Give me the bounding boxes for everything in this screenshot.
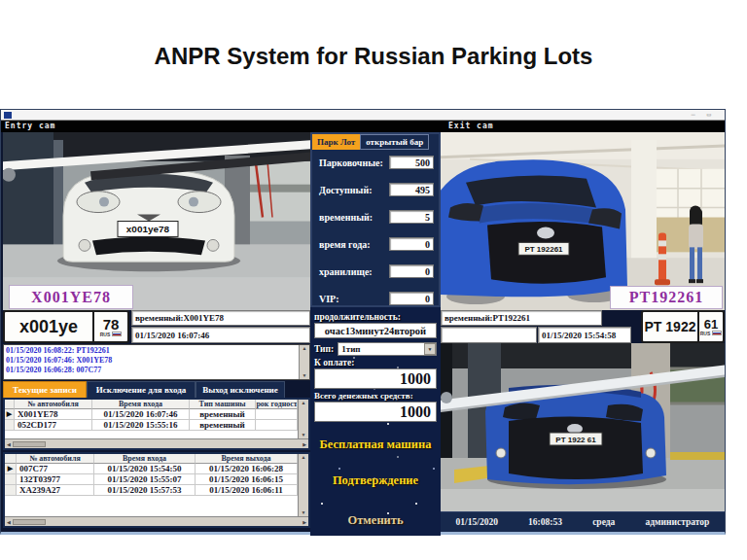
- column-header[interactable]: Время выхода: [196, 454, 298, 464]
- table-cell[interactable]: 01/15/2020 16:07:46: [92, 409, 190, 420]
- status-day: среда: [592, 517, 615, 527]
- russia-flag-icon: [712, 331, 722, 335]
- exit-empty-field[interactable]: [441, 327, 537, 343]
- duration-value[interactable]: очас13минут24второй: [314, 323, 437, 338]
- exit-cam-label: Exit cam: [448, 122, 494, 130]
- free-car-button[interactable]: Бесплатная машина: [314, 438, 437, 452]
- scroll-right-icon[interactable]: ▶: [302, 519, 306, 525]
- russia-flag-icon: [112, 332, 122, 336]
- table-cell[interactable]: 01/15/2020 16:06:15: [196, 474, 298, 485]
- tab-park-lot[interactable]: Парк Лот: [312, 134, 360, 150]
- exit-cam-feed: PT 192261 PT192261: [441, 132, 725, 310]
- entry-plate-region: 78 RUS: [92, 312, 127, 341]
- park-field-value[interactable]: 495: [389, 183, 434, 196]
- log-scrollbar[interactable]: ▲ ▼: [299, 345, 309, 379]
- park-field-season: время года: 0: [312, 237, 439, 251]
- table-cell[interactable]: [256, 409, 298, 420]
- confirm-button[interactable]: Подтверждение: [314, 473, 437, 488]
- exit-plate-number: PT 1922: [643, 312, 697, 341]
- column-header[interactable]: Время входа: [94, 454, 196, 464]
- tab-open-barrier[interactable]: открытый бар: [360, 134, 429, 150]
- table-vscrollbar[interactable]: ▲ ▼: [298, 454, 308, 516]
- scroll-down-icon[interactable]: ▼: [302, 373, 307, 378]
- table-cell[interactable]: 01/15/2020 15:57:53: [94, 485, 196, 496]
- table-cell[interactable]: 01/15/2020 15:54:50: [94, 464, 196, 474]
- exit-time-field[interactable]: 01/15/2020 15:54:58: [538, 327, 631, 343]
- park-field-label: VIP:: [319, 294, 339, 304]
- scroll-down-icon[interactable]: ▼: [302, 510, 306, 515]
- exit-plate-country: RUS: [700, 331, 711, 336]
- tab-exit-exceptions[interactable]: Выход исключение: [196, 381, 285, 398]
- event-log: 01/15/2020 16:08:22: PT192261 01/15/2020…: [3, 344, 310, 380]
- barrier-cam-image: PT 1922 61: [441, 343, 725, 511]
- table-cell[interactable]: временный: [190, 420, 256, 431]
- scroll-down-icon[interactable]: ▼: [302, 433, 306, 438]
- park-field-value[interactable]: 0: [389, 264, 434, 278]
- anpr-app-window: — ▭ Entry cam Exit cam: [0, 109, 726, 535]
- scroll-up-icon[interactable]: ▲: [302, 346, 307, 351]
- entry-cam-image: х001уе78: [3, 132, 310, 310]
- table-cell[interactable]: X001YE78: [15, 409, 92, 420]
- entry-time-field[interactable]: 01/15/2020 16:07:46: [131, 327, 310, 343]
- status-bar: 01/15/2020 16:08:53 среда администратор: [441, 511, 725, 532]
- table-vscrollbar[interactable]: ▲ ▼: [298, 400, 308, 438]
- park-field-label: хранилище:: [319, 266, 373, 277]
- park-field-value[interactable]: 500: [389, 156, 434, 169]
- entry-cam-feed: х001уе78 X001YE78: [3, 132, 310, 310]
- park-field-temporary: временный: 5: [312, 210, 439, 224]
- exit-type-field[interactable]: временный:PT192261: [441, 310, 602, 326]
- table-cell[interactable]: 01/15/2020 16:06:28: [196, 464, 298, 474]
- column-header[interactable]: № автомобиля: [15, 400, 92, 409]
- payment-panel: продолжительность: очас13минут24второй Т…: [310, 307, 441, 536]
- row-marker-icon: ▶: [5, 409, 15, 420]
- app-icon: [4, 112, 12, 119]
- table-cell[interactable]: 052CD177: [15, 420, 92, 431]
- restore-icon[interactable]: ▭: [707, 112, 711, 119]
- scroll-thumb[interactable]: [13, 519, 46, 525]
- entry-plate-overlay: X001YE78: [9, 285, 133, 309]
- exit-info-row: временный:PT192261 01/15/2020 15:54:58 P…: [441, 310, 725, 343]
- cancel-button[interactable]: Отменить: [314, 513, 437, 528]
- scroll-left-icon[interactable]: ◀: [7, 519, 11, 525]
- status-user: администратор: [646, 517, 710, 527]
- row-selector: [5, 420, 15, 431]
- column-header[interactable]: Тип машины: [190, 400, 256, 409]
- table-cell[interactable]: 01/15/2020 15:55:16: [92, 420, 190, 431]
- table-hscrollbar[interactable]: ◀ ▶: [5, 516, 308, 526]
- due-amount[interactable]: 1000: [314, 368, 437, 389]
- total-amount[interactable]: 1000: [314, 402, 437, 422]
- selector-header: [5, 400, 15, 409]
- table-cell[interactable]: XA239A27: [17, 485, 94, 496]
- column-header[interactable]: Срок годности: [256, 400, 298, 409]
- entry-cam-label: Entry cam: [5, 122, 55, 130]
- table-cell[interactable]: 01/15/2020 16:06:11: [196, 485, 298, 496]
- entry-type-field[interactable]: временный:X001YE78: [131, 310, 310, 326]
- page-title: ANPR System for Russian Parking Lots: [0, 43, 747, 70]
- tab-entry-exceptions[interactable]: Исключение для входа: [87, 381, 196, 398]
- park-field-parking: Парковочные: 500: [312, 156, 439, 169]
- chevron-down-icon[interactable]: ▼: [424, 343, 436, 355]
- table-cell[interactable]: 132T03977: [17, 474, 94, 485]
- column-header[interactable]: № автомобиля: [17, 454, 94, 464]
- entry-info-row: х001уе 78 RUS временный:X001YE78 01/15/2…: [3, 310, 310, 343]
- scroll-up-icon[interactable]: ▲: [302, 455, 306, 460]
- table-cell[interactable]: [256, 420, 298, 431]
- column-header[interactable]: Время входа: [92, 400, 190, 409]
- minimize-icon[interactable]: —: [692, 112, 695, 119]
- table-hscrollbar[interactable]: ◀ ▶: [5, 438, 308, 448]
- park-field-value[interactable]: 0: [389, 292, 434, 305]
- table-cell[interactable]: 01/15/2020 15:55:07: [94, 474, 196, 485]
- scroll-left-icon[interactable]: ◀: [7, 441, 11, 447]
- park-field-value[interactable]: 0: [389, 237, 434, 251]
- park-field-value[interactable]: 5: [389, 210, 434, 224]
- tab-current-records[interactable]: Текущие записи: [3, 381, 87, 398]
- table-cell[interactable]: 007C77: [17, 464, 94, 474]
- window-titlebar[interactable]: — ▭: [1, 110, 725, 121]
- scroll-right-icon[interactable]: ▶: [302, 441, 306, 447]
- scroll-thumb[interactable]: [13, 441, 46, 447]
- scroll-up-icon[interactable]: ▲: [302, 401, 306, 405]
- type-dropdown[interactable]: 1тип ▼: [338, 342, 437, 356]
- table-cell[interactable]: временный: [190, 409, 256, 420]
- exit-cam-image: PT 192261: [441, 132, 725, 310]
- park-lot-panel: Парк Лот открытый бар Парковочные: 500 Д…: [310, 132, 441, 307]
